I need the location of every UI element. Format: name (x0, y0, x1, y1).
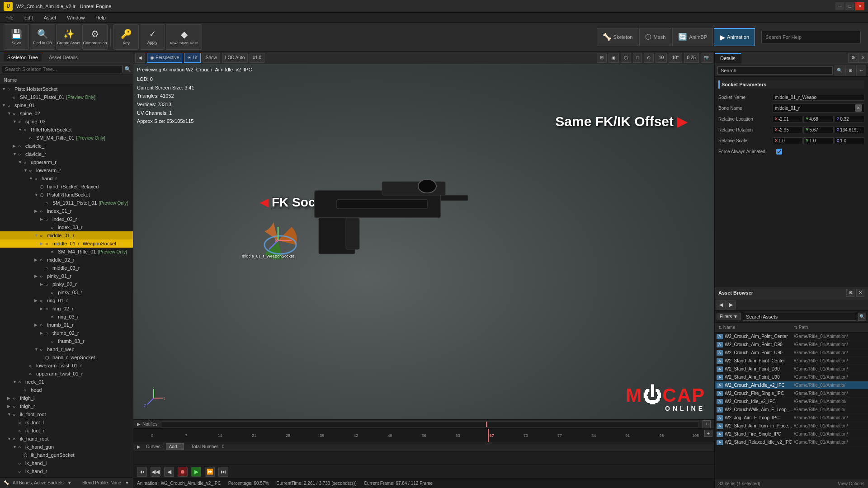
tree-item-sm-m4-rifle-01[interactable]: ○SM_M4_Rifle_01[Preview Only] (0, 248, 133, 256)
tree-item-sm1911[interactable]: ○SM_1911_Pistol_01[Preview Only] (0, 93, 133, 101)
tree-item-spine03[interactable]: ▼○spine_03 (0, 117, 133, 126)
tree-item-ik-hand-gun-socket[interactable]: ⬡ik_hand_gunSocket (0, 451, 133, 459)
ab-item[interactable]: AW2_Stand_Aim_Point_U90/Game/Rifle_01/An… (715, 373, 868, 381)
step-back-btn[interactable]: ◀◀ (151, 467, 160, 477)
tree-item-thigh-r[interactable]: ▶○thigh_r (0, 402, 133, 410)
tree-item-pistol-rh-socket[interactable]: ▼⬡PistolRHandSocket (0, 191, 133, 199)
tree-item-thumb-02-r[interactable]: ▶○thumb_02_r (0, 329, 133, 337)
tree-item-ring-02-r[interactable]: ▶○ring_02_r (0, 305, 133, 313)
tree-item-hand-r-wep-socket[interactable]: ⬡hand_r_wepSocket (0, 353, 133, 361)
viewport-icon-camera[interactable]: 📷 (701, 53, 712, 63)
ab-item[interactable]: AW2_Crouch_Aim_Point_Center/Game/Rifle_0… (715, 333, 868, 341)
details-grid-btn[interactable]: ⊞ (845, 66, 855, 75)
tab-skeleton[interactable]: 🦴 Skeleton (597, 28, 639, 46)
tree-item-middle-01-r-weapon[interactable]: ▶○middle_01_r_WeaponSocket (0, 239, 133, 248)
tree-item-ring-03-r[interactable]: ○ring_03_r (0, 313, 133, 321)
tree-item-ik-foot-l[interactable]: ○ik_foot_l (0, 418, 133, 427)
tree-item-hand-r[interactable]: ▼○hand_r (0, 174, 133, 183)
tree-item-upperarm-twist-01-r[interactable]: ○upperarm_twist_01_r (0, 370, 133, 378)
ab-item[interactable]: AW2_Stand_Aim_Point_D90/Game/Rifle_01/An… (715, 365, 868, 373)
tree-item-middle-01-r[interactable]: ▼○middle_01_r (0, 231, 133, 239)
tab-mesh[interactable]: ⬡ Mesh (639, 28, 671, 46)
tree-item-index-03-r[interactable]: ○index_03_r (0, 223, 133, 231)
key-button[interactable]: 🔑 Key (113, 24, 139, 50)
ab-item[interactable]: AW2_CrouchWalk_Aim_F_Loop_IPC/Game/Rifle… (715, 406, 868, 414)
details-search-input[interactable] (717, 66, 833, 75)
ab-view-options[interactable]: View Options (838, 481, 864, 486)
close-button[interactable]: ✕ (855, 2, 864, 10)
goto-start-btn[interactable]: ⏮ (137, 467, 147, 477)
tab-animation[interactable]: ▶ Animation (714, 28, 755, 46)
rel-scale-z-input[interactable] (840, 138, 858, 143)
tree-item-middle-02-r[interactable]: ▶○middle_02_r (0, 256, 133, 264)
tree-item-clavicle-l[interactable]: ▶○clavicle_l (0, 142, 133, 150)
rel-rot-x-input[interactable] (778, 127, 797, 132)
tree-item-ik-hand-l[interactable]: ○ik_hand_l (0, 459, 133, 467)
save-button[interactable]: 💾 Save (4, 24, 29, 50)
tree-item-spine02[interactable]: ▼○spine_02 (0, 109, 133, 117)
details-close-btn[interactable]: ✕ (858, 53, 868, 63)
tree-item-index-01-r[interactable]: ▶○index_01_r (0, 207, 133, 215)
details-expand-btn[interactable]: ↔ (856, 66, 866, 75)
tree-item-pinky-03-r[interactable]: ○pinky_03_r (0, 288, 133, 296)
ab-item[interactable]: AW2_Crouch_Aim.Idle_v2_IPC/Game/Rifle_01… (715, 381, 868, 389)
notifies-add-btn[interactable]: + (703, 420, 711, 428)
tree-item-sm1911-pistol[interactable]: ○SM_1911_Pistol_01[Preview Only] (0, 199, 133, 207)
ab-list[interactable]: AW2_Crouch_Aim_Point_Center/Game/Rifle_0… (715, 333, 868, 479)
tree-item-ik-hand-root[interactable]: ▼○ik_hand_root (0, 435, 133, 443)
ab-close-btn[interactable]: ✕ (856, 289, 864, 297)
perspective-btn[interactable]: ◉ Perspective (147, 53, 182, 63)
ab-nav-back[interactable]: ◀ (717, 300, 726, 310)
tree-item-pistol-holster[interactable]: ▼○PistolHolsterSocket (0, 85, 133, 93)
tree-item-thumb-03-r[interactable]: ○thumb_03_r (0, 337, 133, 345)
show-btn[interactable]: Show (203, 53, 220, 63)
tree-item-hand-rsocket-relaxed[interactable]: ⬡hand_rSocket_Relaxed (0, 183, 133, 191)
rel-rot-z-input[interactable] (840, 127, 858, 132)
tree-item-smM4rifle[interactable]: ○SM_M4_Rifle_01[Preview Only] (0, 134, 133, 142)
ab-item[interactable]: AW2_Stand_Relaxed_Idle_v2_IPC/Game/Rifle… (715, 438, 868, 446)
tree-item-rifleHolster[interactable]: ▼○RifleHolsterSocket (0, 126, 133, 134)
tree-item-lowerarm-r[interactable]: ▼○lowerarm_r (0, 166, 133, 174)
rel-scale-y-input[interactable] (809, 138, 827, 143)
viewport-num-10[interactable]: 10 (656, 53, 667, 63)
viewport-icon-2[interactable]: ◉ (609, 53, 619, 63)
tree-item-lowerarm-twist-01-r[interactable]: ○lowerarm_twist_01_r (0, 361, 133, 370)
skeleton-search-input[interactable] (2, 65, 123, 73)
viewport-nav-back[interactable]: ◀ (135, 53, 145, 63)
tree-item-ring-01-r[interactable]: ▶○ring_01_r (0, 296, 133, 305)
tree-item-ik-foot-root[interactable]: ▼○ik_foot_root (0, 410, 133, 418)
tree-item-pinky-02-r[interactable]: ▶○pinky_02_r (0, 280, 133, 288)
scale-btn[interactable]: x1.0 (250, 53, 264, 63)
tree-item-ik-hand-gun[interactable]: ▼○ik_hand_gun (0, 443, 133, 451)
goto-end-btn[interactable]: ⏭ (218, 467, 228, 477)
viewport[interactable]: Previewing Animation W2_Crouch_Aim.Idle_… (133, 64, 714, 419)
tree-item-thumb-01-r[interactable]: ▶○thumb_01_r (0, 321, 133, 329)
tree-item-neck-01[interactable]: ▼○neck_01 (0, 378, 133, 386)
tree-item-hand-r-wep[interactable]: ▼○hand_r_wep (0, 345, 133, 353)
tree-item-upperarm-r[interactable]: ▼○upperarm_r (0, 158, 133, 166)
lit-btn[interactable]: ☀ Lit (184, 53, 201, 63)
menu-asset[interactable]: Asset (42, 14, 58, 21)
ab-item[interactable]: AW2_Stand_Aim_Turn_In_Place_R_L.../Game/… (715, 422, 868, 430)
maximize-button[interactable]: □ (845, 2, 854, 10)
tree-item-middle-03-r[interactable]: ○middle_03_r (0, 264, 133, 272)
step-fwd-btn[interactable]: ⏩ (205, 467, 215, 477)
apply-button[interactable]: ✓ Apply (140, 24, 165, 50)
tree-item-ik-foot-r[interactable]: ○ik_foot_r (0, 427, 133, 435)
viewport-angle-10[interactable]: 10° (669, 53, 682, 63)
force-always-animated-checkbox[interactable] (776, 149, 782, 155)
asset-details-tab[interactable]: Asset Details (45, 53, 81, 61)
rel-loc-x-input[interactable] (778, 117, 797, 122)
menu-edit[interactable]: Edit (23, 14, 35, 21)
details-search-btn[interactable]: 🔍 (835, 66, 844, 75)
bone-name-clear-btn[interactable]: ✕ (855, 104, 862, 112)
record-btn[interactable]: ⏺ (178, 467, 188, 477)
ab-search-input[interactable] (743, 313, 856, 321)
ab-item[interactable]: AW2_Crouch_Idle_v2_IPC/Game/Rifle_01/Ani… (715, 398, 868, 406)
menu-file[interactable]: File (4, 14, 15, 21)
tree-item-spine01[interactable]: ▼○spine_01 (0, 101, 133, 109)
tree-item-clavicle-r[interactable]: ▼○clavicle_r (0, 150, 133, 158)
timeline-add-btn[interactable]: + (704, 430, 712, 437)
ab-item[interactable]: AW2_Crouch_Aim_Point_U90/Game/Rifle_01/A… (715, 349, 868, 357)
tree-item-thigh-l[interactable]: ▶○thigh_l (0, 394, 133, 402)
